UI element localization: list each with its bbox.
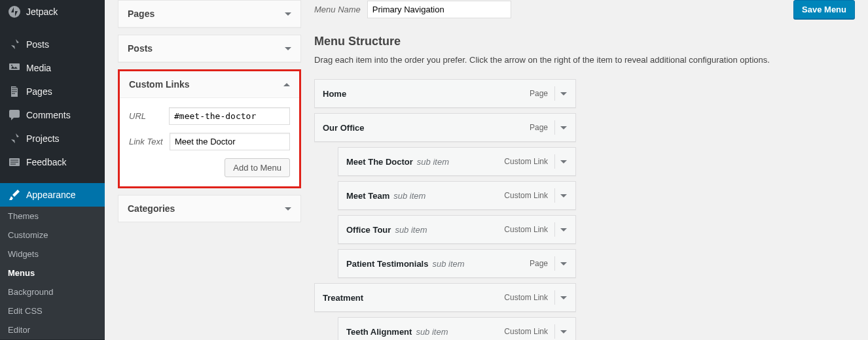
accordion-custom-links-title: Custom Links bbox=[129, 79, 190, 90]
menu-item[interactable]: Patient Testimonialssub itemPage bbox=[338, 249, 576, 278]
menu-item-title: Treatment bbox=[323, 293, 363, 303]
sidebar-item-label: Media bbox=[26, 63, 51, 73]
appearance-submenu: ThemesCustomizeWidgetsMenusBackgroundEdi… bbox=[0, 207, 105, 339]
menu-item-type: Custom Link bbox=[504, 293, 548, 302]
chevron-down-icon bbox=[285, 12, 291, 16]
pin-icon bbox=[8, 132, 21, 145]
accordion-categories-toggle[interactable]: Categories bbox=[118, 196, 300, 222]
sidebar-item-label: Jetpack bbox=[26, 7, 58, 17]
menu-item[interactable]: Our OfficePage bbox=[314, 113, 576, 142]
menu-item[interactable]: Teeth Alignmentsub itemCustom Link bbox=[338, 317, 576, 340]
chevron-up-icon bbox=[283, 83, 290, 86]
sub-item-tag: sub item bbox=[416, 327, 448, 337]
menu-item-title: Our Office bbox=[323, 123, 365, 133]
add-to-menu-button[interactable]: Add to Menu bbox=[225, 158, 290, 177]
accordion-pages-title: Pages bbox=[128, 8, 154, 19]
menu-item-title: Meet The Doctor bbox=[346, 157, 413, 167]
accordion-posts-toggle[interactable]: Posts bbox=[118, 35, 300, 62]
menu-structure-title: Menu Structure bbox=[314, 35, 855, 48]
jetpack-icon bbox=[8, 5, 21, 18]
menu-item[interactable]: Office Toursub itemCustom Link bbox=[338, 215, 576, 244]
menu-item-expand[interactable] bbox=[554, 222, 571, 237]
menu-item[interactable]: HomePage bbox=[314, 79, 576, 108]
url-input[interactable] bbox=[169, 107, 290, 125]
pin-icon bbox=[8, 38, 21, 51]
admin-sidebar: JetpackPostsMediaPagesCommentsProjectsFe… bbox=[0, 0, 105, 340]
menu-structure-hint: Drag each item into the order you prefer… bbox=[314, 55, 855, 65]
sub-item-tag: sub item bbox=[393, 191, 425, 201]
sub-item-tag: sub item bbox=[432, 259, 464, 269]
chevron-down-icon bbox=[560, 160, 567, 163]
sidebar-sub-item-editor[interactable]: Editor bbox=[0, 320, 105, 339]
menu-item-type: Page bbox=[530, 259, 548, 268]
sidebar-item-jetpack[interactable]: Jetpack bbox=[0, 0, 105, 24]
sidebar-item-pages[interactable]: Pages bbox=[0, 80, 105, 103]
sidebar-sub-item-edit-css[interactable]: Edit CSS bbox=[0, 301, 105, 320]
svg-point-2 bbox=[11, 65, 12, 66]
menu-name-input[interactable] bbox=[367, 1, 511, 18]
save-menu-button[interactable]: Save Menu bbox=[793, 0, 855, 19]
accordion-custom-links: Custom Links URL Link Text Add to Menu bbox=[118, 69, 301, 188]
menu-name-label: Menu Name bbox=[314, 5, 361, 14]
media-icon bbox=[8, 61, 21, 75]
menu-item-type: Custom Link bbox=[504, 191, 548, 200]
menu-item-type: Page bbox=[530, 123, 548, 132]
sidebar-sub-item-themes[interactable]: Themes bbox=[0, 207, 105, 226]
sidebar-item-label: Comments bbox=[26, 110, 71, 120]
chevron-down-icon bbox=[560, 92, 567, 95]
menu-item-title: Patient Testimonials bbox=[346, 259, 428, 269]
sidebar-item-label: Projects bbox=[26, 133, 60, 144]
page-icon bbox=[8, 85, 21, 98]
chevron-down-icon bbox=[560, 296, 567, 299]
chevron-down-icon bbox=[285, 207, 291, 211]
sidebar-sub-item-menus[interactable]: Menus bbox=[0, 264, 105, 282]
accordion-posts: Posts bbox=[118, 35, 301, 63]
menu-item-expand[interactable] bbox=[554, 188, 571, 203]
accordion-pages: Pages bbox=[118, 0, 301, 28]
sub-item-tag: sub item bbox=[417, 157, 449, 167]
menu-item-expand[interactable] bbox=[554, 154, 571, 169]
feedback-icon bbox=[8, 156, 21, 169]
menu-item-title: Meet Team bbox=[346, 191, 389, 201]
metabox-column: Pages Posts Custom Links URL bbox=[118, 0, 301, 327]
menu-item-expand[interactable] bbox=[554, 86, 571, 101]
sidebar-sub-item-background[interactable]: Background bbox=[0, 282, 105, 301]
menu-item-expand[interactable] bbox=[554, 290, 571, 305]
accordion-categories-title: Categories bbox=[128, 203, 175, 214]
accordion-custom-links-toggle[interactable]: Custom Links bbox=[120, 71, 299, 98]
brush-icon bbox=[8, 188, 21, 201]
sidebar-item-media[interactable]: Media bbox=[0, 56, 105, 80]
sidebar-sub-item-customize[interactable]: Customize bbox=[0, 226, 105, 245]
comment-icon bbox=[8, 109, 21, 122]
menu-item[interactable]: Meet The Doctorsub itemCustom Link bbox=[338, 147, 576, 176]
sidebar-item-label: Feedback bbox=[26, 157, 66, 167]
accordion-posts-title: Posts bbox=[128, 43, 153, 54]
sidebar-item-posts[interactable]: Posts bbox=[0, 33, 105, 56]
menu-item[interactable]: TreatmentCustom Link bbox=[314, 283, 576, 312]
accordion-pages-toggle[interactable]: Pages bbox=[118, 1, 300, 27]
chevron-down-icon bbox=[560, 194, 567, 197]
menu-item-type: Page bbox=[530, 89, 548, 98]
menu-item-type: Custom Link bbox=[504, 327, 548, 336]
menu-item[interactable]: Meet Teamsub itemCustom Link bbox=[338, 181, 576, 210]
menu-item-title: Home bbox=[323, 89, 346, 99]
sidebar-item-comments[interactable]: Comments bbox=[0, 103, 105, 127]
chevron-down-icon bbox=[560, 228, 567, 231]
sidebar-item-label: Appearance bbox=[26, 190, 76, 200]
menu-item-list: HomePageOur OfficePageMeet The Doctorsub… bbox=[314, 79, 576, 340]
sidebar-item-label: Posts bbox=[26, 39, 49, 50]
sidebar-item-feedback[interactable]: Feedback bbox=[0, 150, 105, 174]
sidebar-item-label: Pages bbox=[26, 86, 52, 97]
chevron-down-icon bbox=[560, 262, 567, 265]
sidebar-item-projects[interactable]: Projects bbox=[0, 127, 105, 150]
sidebar-sub-item-widgets[interactable]: Widgets bbox=[0, 245, 105, 264]
menu-item-expand[interactable] bbox=[554, 256, 571, 271]
link-text-label: Link Text bbox=[129, 137, 170, 146]
menu-item-expand[interactable] bbox=[554, 324, 571, 339]
menu-item-title: Office Tour bbox=[346, 225, 391, 235]
link-text-input[interactable] bbox=[170, 133, 290, 150]
svg-rect-1 bbox=[9, 63, 20, 70]
sidebar-item-appearance[interactable]: Appearance bbox=[0, 183, 105, 207]
menu-item-expand[interactable] bbox=[554, 120, 571, 135]
svg-point-0 bbox=[9, 6, 20, 18]
